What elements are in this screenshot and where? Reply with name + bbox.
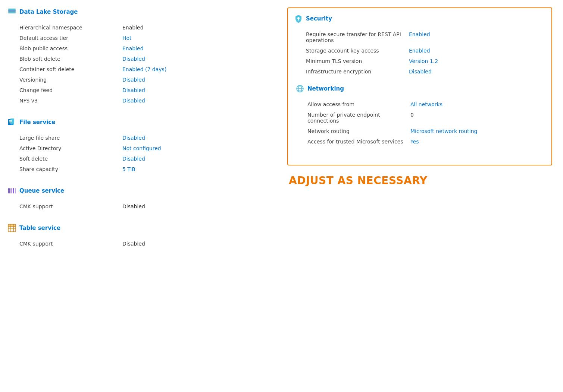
table-row: Active Directory Not configured xyxy=(7,143,272,154)
prop-value: Enabled xyxy=(122,25,272,31)
table-row: CMK support Disabled xyxy=(7,201,272,212)
svg-rect-8 xyxy=(8,188,10,193)
fileservice-properties: Large file share Disabled Active Directo… xyxy=(7,133,272,174)
prop-label: Change feed xyxy=(19,87,116,93)
tableservice-icon xyxy=(7,224,16,233)
networking-header: Networking xyxy=(295,84,544,93)
queueservice-title: Queue service xyxy=(19,187,64,194)
queueservice-header: Queue service xyxy=(7,186,272,195)
datalake-icon xyxy=(7,7,16,16)
table-row: Number of private endpoint connections 0 xyxy=(295,110,544,126)
security-properties: Require secure transfer for REST API ope… xyxy=(294,29,545,77)
prop-label: Infrastructure encryption xyxy=(306,69,403,75)
svg-rect-10 xyxy=(13,188,14,193)
table-row: Storage account key access Enabled xyxy=(294,45,545,56)
table-row: Soft delete Disabled xyxy=(7,154,272,164)
left-panel: Data Lake Storage Hierarchical namespace… xyxy=(7,7,272,261)
prop-label: Storage account key access xyxy=(306,48,403,54)
table-row: Allow access from All networks xyxy=(295,99,544,110)
fileservice-section: File service Large file share Disabled A… xyxy=(7,118,272,174)
security-header: Security xyxy=(294,14,545,23)
networking-title: Networking xyxy=(307,85,344,92)
svg-rect-1 xyxy=(8,12,16,13)
prop-value: Not configured xyxy=(122,145,272,151)
prop-value: Microsoft network routing xyxy=(410,128,544,134)
prop-value: Disabled xyxy=(122,77,272,83)
prop-value: Disabled xyxy=(122,241,272,247)
table-row: Blob public access Enabled xyxy=(7,43,272,54)
prop-label: Large file share xyxy=(19,135,116,141)
table-row: Access for trusted Microsoft services Ye… xyxy=(295,136,544,147)
prop-value: Enabled xyxy=(409,48,545,54)
table-row: CMK support Disabled xyxy=(7,238,272,249)
prop-label: Active Directory xyxy=(19,145,116,151)
security-icon xyxy=(294,14,303,23)
table-row: Minimum TLS version Version 1.2 xyxy=(294,56,545,66)
prop-label: Network routing xyxy=(307,128,404,134)
table-row: Default access tier Hot xyxy=(7,33,272,43)
prop-value: 5 TiB xyxy=(122,166,272,172)
table-row: Infrastructure encryption Disabled xyxy=(294,66,545,77)
prop-label: Allow access from xyxy=(307,101,404,107)
prop-value: Disabled xyxy=(122,98,272,104)
svg-rect-11 xyxy=(15,188,16,193)
prop-label: Soft delete xyxy=(19,156,116,162)
svg-rect-21 xyxy=(298,19,299,20)
prop-value: Disabled xyxy=(122,156,272,162)
security-section: Security Require secure transfer for RES… xyxy=(294,14,545,77)
table-row: Blob soft delete Disabled xyxy=(7,54,272,64)
svg-rect-6 xyxy=(9,121,12,122)
svg-rect-0 xyxy=(8,10,16,12)
table-row: Container soft delete Enabled (7 days) xyxy=(7,64,272,75)
table-row: Network routing Microsoft network routin… xyxy=(295,126,544,136)
prop-value: 0 xyxy=(410,112,544,118)
svg-rect-9 xyxy=(10,188,12,193)
table-row: NFS v3 Disabled xyxy=(7,95,272,106)
datalake-title: Data Lake Storage xyxy=(19,9,78,15)
svg-rect-19 xyxy=(14,225,15,226)
tableservice-title: Table service xyxy=(19,225,60,231)
prop-value: Hot xyxy=(122,35,272,41)
queueservice-section: Queue service CMK support Disabled xyxy=(7,186,272,212)
datalake-section: Data Lake Storage Hierarchical namespace… xyxy=(7,7,272,106)
prop-label: Number of private endpoint connections xyxy=(307,112,404,124)
svg-rect-17 xyxy=(9,225,10,226)
queueservice-properties: CMK support Disabled xyxy=(7,201,272,212)
prop-label: Versioning xyxy=(19,77,116,83)
tableservice-section: Table service CMK support Disabled xyxy=(7,224,272,249)
table-row: Change feed Disabled xyxy=(7,85,272,95)
prop-label: Require secure transfer for REST API ope… xyxy=(306,31,403,43)
tableservice-header: Table service xyxy=(7,224,272,233)
security-box: Security Require secure transfer for RES… xyxy=(287,7,552,165)
prop-label: Blob public access xyxy=(19,45,116,51)
prop-value: All networks xyxy=(410,101,544,107)
main-layout: Data Lake Storage Hierarchical namespace… xyxy=(7,7,552,261)
prop-value: Version 1.2 xyxy=(409,58,545,64)
prop-label: Default access tier xyxy=(19,35,116,41)
svg-rect-2 xyxy=(8,9,16,10)
prop-label: Share capacity xyxy=(19,166,116,172)
prop-label: Hierarchical namespace xyxy=(19,25,116,31)
table-row: Share capacity 5 TiB xyxy=(7,164,272,174)
prop-value: Enabled xyxy=(122,45,272,51)
prop-value: Yes xyxy=(410,139,544,145)
fileservice-title: File service xyxy=(19,119,55,126)
fileservice-header: File service xyxy=(7,118,272,127)
prop-value: Enabled (7 days) xyxy=(122,66,272,72)
networking-properties: Allow access from All networks Number of… xyxy=(295,99,544,147)
tableservice-properties: CMK support Disabled xyxy=(7,238,272,249)
prop-label: Access for trusted Microsoft services xyxy=(307,139,404,145)
adjust-banner: ADJUST AS NECESSARY xyxy=(287,174,552,187)
networking-section: Networking Allow access from All network… xyxy=(294,84,545,147)
fileservice-icon xyxy=(7,118,16,127)
table-row: Require secure transfer for REST API ope… xyxy=(294,29,545,45)
prop-value: Disabled xyxy=(122,135,272,141)
svg-rect-7 xyxy=(9,123,11,123)
queueservice-icon xyxy=(7,186,16,195)
table-row: Large file share Disabled xyxy=(7,133,272,143)
networking-icon xyxy=(295,84,304,93)
prop-label: CMK support xyxy=(19,203,116,209)
prop-label: Minimum TLS version xyxy=(306,58,403,64)
table-row: Hierarchical namespace Enabled xyxy=(7,22,272,33)
prop-value: Disabled xyxy=(122,56,272,62)
